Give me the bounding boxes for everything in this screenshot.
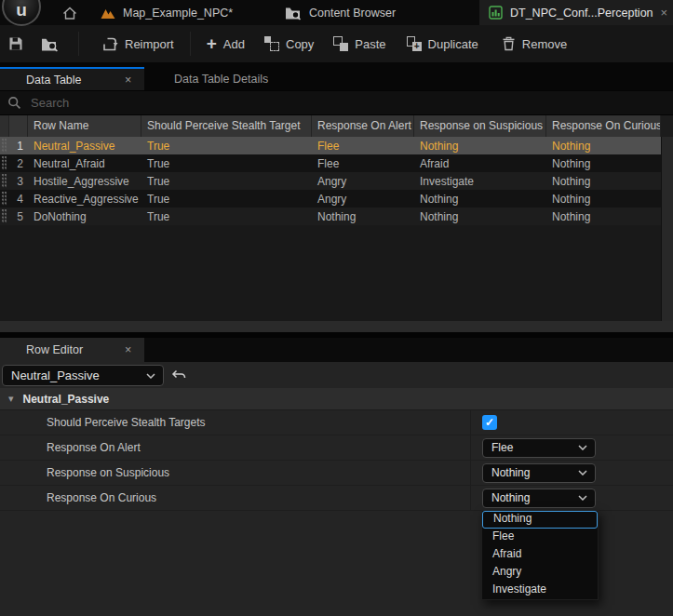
cell-row-name: DoNothing (28, 210, 141, 223)
copy-row-button[interactable]: Copy (264, 36, 314, 51)
save-icon (8, 36, 23, 51)
close-icon[interactable]: × (661, 6, 668, 20)
cell-suspicious: Nothing (414, 193, 546, 206)
cell-alert: Nothing (312, 210, 414, 223)
menu-option-afraid[interactable]: Afraid (482, 546, 598, 564)
chevron-down-icon (146, 373, 155, 379)
suspicious-dropdown[interactable]: Nothing (482, 463, 596, 483)
tab-data-table[interactable]: Data Table × (0, 67, 144, 90)
row-drag-handle[interactable] (0, 208, 9, 225)
row-number: 1 (9, 140, 28, 153)
row-number: 4 (9, 193, 28, 206)
content-browser-icon (285, 6, 302, 20)
row-editor-panel: Row Editor × Neutral_Passive ▾ Neutral_P… (0, 338, 673, 616)
menu-option-nothing[interactable]: Nothing (482, 511, 598, 529)
save-button[interactable] (8, 36, 23, 51)
cell-curious: Nothing (546, 140, 661, 153)
cell-stealth: True (141, 157, 312, 170)
table-row-reactive-aggressive[interactable]: 4 Reactive_Aggressive True Angry Nothing… (0, 190, 661, 208)
home-icon[interactable] (59, 5, 81, 21)
menu-option-investigate[interactable]: Investigate (482, 582, 598, 599)
row-selector-dropdown[interactable]: Neutral_Passive (2, 365, 164, 386)
add-icon: + (207, 37, 217, 50)
cell-curious: Nothing (546, 210, 661, 223)
stealth-checkbox[interactable]: ✓ (482, 415, 497, 430)
cell-row-name: Hostile_Aggressive (28, 175, 141, 188)
row-drag-handle[interactable] (0, 137, 9, 154)
chevron-down-icon (578, 495, 587, 501)
handle-column-header (0, 115, 9, 137)
cell-row-name: Neutral_Passive (28, 140, 141, 153)
unreal-engine-logo[interactable]: u (2, 0, 41, 26)
expand-caret-icon[interactable]: ▾ (8, 393, 14, 405)
tab-dt-npc-config-perception[interactable]: DT_NPC_Conf...Perception × (479, 0, 673, 25)
reimport-button[interactable]: Reimport (101, 36, 174, 52)
property-row-stealth: Should Perceive Stealth Targets ✓ (0, 410, 673, 435)
tab-content-browser[interactable]: Content Browser (276, 0, 405, 25)
row-drag-handle[interactable] (0, 172, 9, 190)
tab-data-table-details[interactable]: Data Table Details (149, 67, 298, 90)
close-icon[interactable]: × (125, 74, 131, 87)
cell-alert: Angry (312, 175, 414, 188)
curious-dropdown[interactable]: Nothing (482, 489, 596, 508)
tab-label: Data Table (26, 74, 82, 87)
property-value: Nothing (470, 461, 673, 485)
row-drag-handle[interactable] (0, 190, 9, 208)
browse-to-asset-button[interactable] (41, 36, 59, 52)
data-table-grid: Row Name Should Perceive Stealth Target … (0, 115, 661, 321)
asset-toolbar: Reimport + Add Copy Paste + Duplicate (0, 25, 673, 62)
duplicate-label: Duplicate (428, 37, 478, 51)
tab-map-example-npc[interactable]: Map_Example_NPC* (91, 0, 242, 25)
row-number-column-header (9, 115, 28, 137)
duplicate-row-button[interactable]: + Duplicate (407, 36, 478, 51)
check-icon: ✓ (485, 415, 494, 430)
horizontal-scrollbar[interactable] (0, 321, 673, 332)
table-header-row: Row Name Should Perceive Stealth Target … (0, 115, 661, 137)
cell-suspicious: Afraid (414, 157, 546, 170)
menu-option-angry[interactable]: Angry (482, 564, 598, 582)
menu-option-flee[interactable]: Flee (482, 529, 598, 546)
table-row-donothing[interactable]: 5 DoNothing True Nothing Nothing Nothing (0, 208, 661, 225)
reimport-icon (101, 36, 118, 52)
property-value: Nothing (470, 486, 673, 510)
add-row-button[interactable]: + Add (207, 37, 245, 51)
table-row-neutral-afraid[interactable]: 2 Neutral_Afraid True Flee Afraid Nothin… (0, 154, 661, 172)
table-row-neutral-passive[interactable]: 1 Neutral_Passive True Flee Nothing Noth… (0, 137, 661, 154)
column-header-suspicious[interactable]: Response on Suspicious (414, 115, 546, 137)
cell-stealth: True (141, 210, 312, 223)
cell-alert: Angry (312, 193, 414, 206)
alert-dropdown[interactable]: Flee (482, 438, 596, 458)
remove-row-button[interactable]: Remove (502, 36, 567, 51)
cell-curious: Nothing (546, 157, 661, 170)
cell-stealth: True (141, 193, 312, 206)
toolbar-separator (78, 32, 79, 56)
cell-curious: Nothing (546, 175, 661, 188)
search-input[interactable] (29, 95, 673, 111)
cell-curious: Nothing (546, 193, 661, 206)
column-header-curious[interactable]: Response On Curious (546, 115, 661, 137)
dropdown-value: Nothing (491, 491, 530, 504)
vertical-scrollbar[interactable] (661, 137, 673, 321)
reset-to-default-icon[interactable] (169, 367, 188, 383)
duplicate-icon: + (407, 36, 422, 51)
row-number: 2 (9, 157, 28, 170)
column-header-alert[interactable]: Response On Alert (312, 115, 414, 137)
row-drag-handle[interactable] (0, 154, 9, 172)
data-table-asset-icon (489, 6, 503, 20)
reimport-label: Reimport (125, 37, 174, 51)
property-row-alert: Response On Alert Flee (0, 435, 673, 461)
paste-row-button[interactable]: Paste (333, 36, 385, 51)
close-icon[interactable]: × (125, 343, 131, 356)
folder-search-icon (41, 36, 59, 52)
property-row-suspicious: Response on Suspicious Nothing (0, 461, 673, 486)
table-row-hostile-aggressive[interactable]: 3 Hostile_Aggressive True Angry Investig… (0, 172, 661, 190)
property-label: Should Perceive Stealth Targets (0, 410, 470, 435)
row-category-header[interactable]: ▾ Neutral_Passive (0, 388, 673, 410)
column-header-row-name[interactable]: Row Name (28, 115, 141, 137)
tab-row-editor[interactable]: Row Editor × (0, 338, 144, 362)
chevron-down-icon (578, 470, 587, 475)
tab-label: Row Editor (26, 343, 83, 356)
row-number: 3 (9, 175, 28, 188)
column-header-stealth[interactable]: Should Perceive Stealth Target (141, 115, 312, 137)
cell-alert: Flee (312, 140, 414, 153)
